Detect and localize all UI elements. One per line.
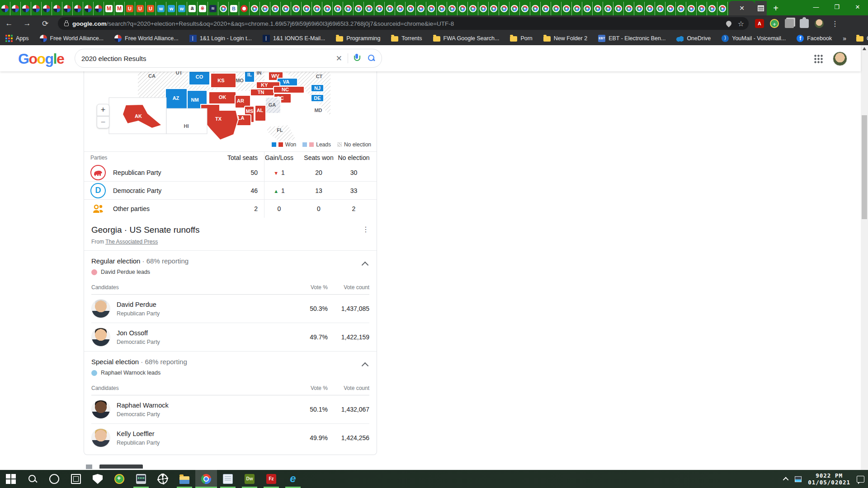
candidate-row[interactable]: Raphael WarnockDemocratic Party50.1%1,43… [91,395,369,424]
mini-tab[interactable] [634,2,645,15]
party-row[interactable]: Republican Party50▼12030 [84,164,377,182]
mini-tab[interactable] [406,2,416,15]
mini-tab[interactable] [270,2,281,15]
mini-tab[interactable] [499,2,509,15]
mini-tab[interactable] [333,2,343,15]
mini-tab[interactable] [509,2,520,15]
scrollbar-thumb[interactable] [862,115,867,219]
search-box[interactable]: ✕ [75,49,382,68]
mini-tab[interactable] [31,2,42,15]
tab-with-list-favicon[interactable] [755,1,767,15]
mini-tab[interactable] [312,2,322,15]
tray-overflow-chevron-icon[interactable] [783,477,789,483]
other-bookmarks-button[interactable]: Other bookmarks [856,35,868,42]
bookmark-item[interactable]: Free World Alliance... [114,35,179,42]
mini-tab[interactable] [468,2,478,15]
mini-tab[interactable] [354,2,364,15]
dreamweaver-icon-tile[interactable]: Dw [239,470,260,488]
account-avatar[interactable] [833,52,847,66]
mini-tab[interactable] [489,2,499,15]
bookmark-item[interactable]: FWA Google Search... [433,35,500,42]
mini-tab[interactable] [10,2,21,15]
close-button[interactable]: ✕ [847,0,868,14]
taskbar-clock[interactable]: 9022 PM 01/05/02021 [808,472,850,486]
internet-explorer-icon-tile[interactable]: e [282,470,304,488]
voice-search-icon[interactable] [354,54,360,63]
defender-icon-tile[interactable] [87,470,108,488]
mini-tab[interactable] [42,2,52,15]
mini-tab[interactable] [73,2,83,15]
bookmark-item[interactable]: Torrents [391,35,422,42]
bookmarks-overflow-chevron[interactable]: » [843,35,846,42]
bookmark-item[interactable]: fFacebook [797,35,832,42]
forward-button[interactable]: → [18,19,36,28]
candidate-row[interactable]: Jon OssoffDemocratic Party49.7%1,422,159 [91,323,369,351]
mini-tab[interactable] [281,2,291,15]
mini-tab[interactable] [364,2,374,15]
mini-tab[interactable] [52,2,62,15]
kebab-menu-icon[interactable]: ⋮ [362,225,369,234]
mini-tab[interactable] [697,2,707,15]
mini-tab[interactable] [676,2,686,15]
mini-tab[interactable] [551,2,561,15]
settings-icon-tile[interactable] [152,470,174,488]
mini-tab[interactable] [613,2,624,15]
mini-tab[interactable] [561,2,572,15]
bookmark-star-icon[interactable]: ☆ [738,19,744,28]
mini-tab[interactable] [458,2,468,15]
bookmark-item[interactable]: Programming [336,35,380,42]
mini-tab[interactable] [416,2,426,15]
mini-tab[interactable] [520,2,530,15]
file-explorer-icon-tile[interactable] [174,470,195,488]
task-view-button-tile[interactable] [65,470,87,488]
restore-button[interactable]: ❐ [826,0,847,14]
mini-tab[interactable] [437,2,447,15]
url-text[interactable]: google.com/search?q=2020+election+Result… [72,20,722,27]
mini-tab[interactable] [707,2,717,15]
mini-tab[interactable]: U [135,2,146,15]
search-button-tile[interactable] [22,470,43,488]
bookmark-item[interactable]: YouMail - Voicemail... [722,35,786,42]
profile-avatar[interactable] [815,19,824,28]
reload-button[interactable]: ⟳ [36,19,54,28]
mini-tab[interactable] [655,2,665,15]
mini-tab[interactable] [250,2,260,15]
page-scrollbar[interactable] [861,45,868,470]
mini-tab[interactable] [322,2,333,15]
bookmark-item[interactable]: 1&1 Login - Login t... [189,35,252,42]
bookmark-item[interactable]: EBTEBT - Electronic Ben... [598,35,665,42]
mini-tab[interactable] [374,2,385,15]
mini-tab[interactable] [593,2,603,15]
mini-tab[interactable]: w [166,2,177,15]
close-tab-icon[interactable]: ✕ [739,5,745,12]
mini-tab[interactable]: ※ [198,2,208,15]
mini-tab[interactable] [94,2,104,15]
action-center-icon[interactable] [857,476,864,483]
bookmark-item[interactable]: Free World Alliance... [40,35,104,42]
mini-tab[interactable]: U [146,2,156,15]
mini-tab[interactable] [624,2,634,15]
notepad-icon-tile[interactable] [217,470,239,488]
mini-tab[interactable] [21,2,31,15]
party-row[interactable]: DDemocratic Party46▲11333 [84,182,377,200]
mini-tab[interactable]: M [104,2,114,15]
filezilla-icon-tile[interactable]: Fz [260,470,282,488]
bookmark-item[interactable]: 1&1 IONOS E-Mail... [263,35,325,42]
mini-tab[interactable]: B [229,2,239,15]
mini-tab[interactable]: U [125,2,135,15]
mini-tab[interactable] [0,2,10,15]
mini-tab[interactable]: w [156,2,166,15]
mini-tab[interactable] [572,2,582,15]
mini-tab[interactable] [665,2,676,15]
search-icon[interactable] [368,55,375,62]
minimize-button[interactable]: — [806,0,826,14]
zoom-out-button[interactable]: − [97,116,109,128]
mini-tab[interactable] [447,2,458,15]
mini-tab[interactable]: a [187,2,198,15]
mini-tab[interactable] [645,2,655,15]
mini-tab[interactable] [385,2,395,15]
back-button[interactable]: ← [0,19,18,28]
chrome-icon-tile[interactable] [195,470,217,488]
mini-tab[interactable] [62,2,73,15]
candidate-row[interactable]: David PerdueRepublican Party50.3%1,437,0… [91,295,369,323]
